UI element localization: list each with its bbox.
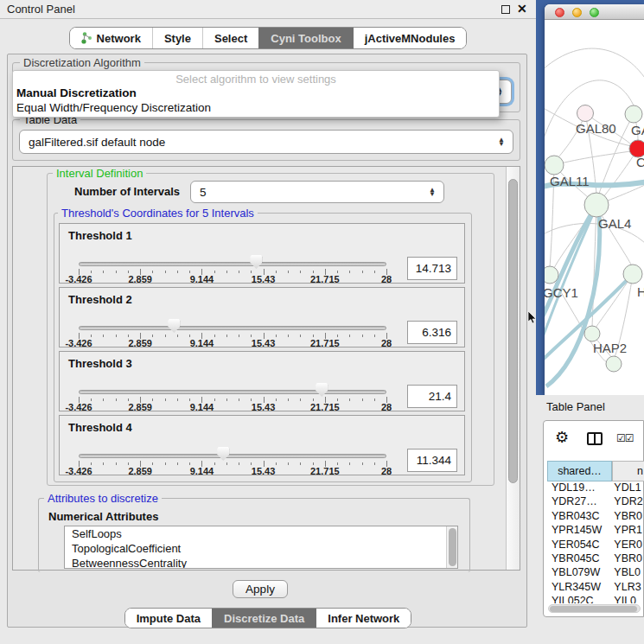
attribute-item[interactable]: SelfLoops <box>65 526 457 541</box>
table-row[interactable]: YER054C YER0 <box>547 539 644 552</box>
table-row[interactable]: YBR045C YBR0 <box>547 552 644 566</box>
list-scrollbar[interactable] <box>446 526 457 568</box>
group-title-thresholds: Threshold's Coordinates for 5 Intervals <box>58 207 258 220</box>
table-row[interactable]: YIL052C YIL0 <box>547 595 644 603</box>
graph-node[interactable] <box>577 105 594 122</box>
graph-node[interactable] <box>625 105 642 123</box>
threshold-label: Threshold 3 <box>68 357 132 370</box>
network-view-window[interactable]: GAL80GACGAL11GAL4GCY1HHAP2 <box>545 4 644 395</box>
graph-node[interactable] <box>606 356 622 372</box>
threshold-label: Threshold 1 <box>68 229 132 242</box>
graph-node[interactable] <box>584 193 609 217</box>
table-row[interactable]: YPR145W YPR1 <box>547 524 644 538</box>
column-layout-icon[interactable] <box>587 432 603 445</box>
cell-shared-name: YIL052C <box>547 595 610 603</box>
graph-node[interactable] <box>623 265 642 284</box>
threshold-slider-handle[interactable] <box>316 383 328 397</box>
cell-shared-name: YDR27… <box>547 495 610 509</box>
threshold-slider-track[interactable] <box>79 262 386 266</box>
cell-name: YBR0 <box>610 552 644 566</box>
cell-shared-name: YPR145W <box>547 524 610 538</box>
threshold-value-field[interactable]: 6.316 <box>407 321 457 344</box>
table-data-combobox[interactable]: galFiltered.sif default node ▲▼ <box>19 130 513 154</box>
threshold-slider-track[interactable] <box>79 390 386 394</box>
threshold-slider-handle[interactable] <box>217 447 229 461</box>
graph-node-label: GAL11 <box>550 174 590 188</box>
minimize-traffic-light-icon[interactable] <box>572 8 582 17</box>
tab-network[interactable]: Network <box>70 28 152 48</box>
graph-node[interactable] <box>545 266 558 284</box>
group-title-discretization-algorithm: Discretization Algorithm <box>20 56 144 69</box>
cell-name: YLR3 <box>610 581 644 595</box>
slider-tick-labels: -3.4262.8599.14415.4321.71528 <box>79 466 386 476</box>
popup-hint: Select algorithm to view settings <box>13 71 499 86</box>
horizontal-scrollbar[interactable] <box>548 604 641 613</box>
bottom-tab-bar: Impute Data Discretize Data Infer Networ… <box>0 608 536 628</box>
graph-node-label: GAL80 <box>576 121 616 136</box>
popup-option-manual-discretization[interactable]: Manual Discretization <box>13 86 499 100</box>
close-icon[interactable]: ✕ <box>517 2 527 16</box>
horizontal-scrollbar-thumb[interactable] <box>550 606 637 612</box>
select-columns-icon[interactable]: ☑☑ <box>616 432 634 444</box>
cell-name: YER0 <box>610 539 644 552</box>
column-header-shared-name[interactable]: shared… <box>547 461 612 481</box>
scrollbar-thumb[interactable] <box>508 179 518 483</box>
popup-option-equal-width-frequency[interactable]: Equal Width/Frequency Discretization <box>13 100 499 115</box>
float-window-icon[interactable] <box>501 5 510 14</box>
zoom-traffic-light-icon[interactable] <box>590 8 599 17</box>
table-panel-area: Table Panel ⚙ ☑☑ shared… n YDL19… YDL1 Y… <box>536 395 644 644</box>
list-scrollbar-thumb[interactable] <box>449 528 456 566</box>
tab-cyni-toolbox[interactable]: Cyni Toolbox <box>258 28 352 48</box>
control-panel-titlebar: Control Panel ✕ <box>0 0 536 19</box>
threshold-value-field[interactable]: 21.4 <box>407 385 457 408</box>
graph-node[interactable] <box>545 156 564 175</box>
column-header-name[interactable]: n <box>612 461 644 481</box>
gear-icon[interactable]: ⚙ <box>555 428 569 447</box>
spinner-arrows-icon: ▲▼ <box>429 188 436 196</box>
tab-impute-data[interactable]: Impute Data <box>125 609 212 628</box>
cell-name: YIL0 <box>610 595 644 603</box>
apply-button[interactable]: Apply <box>233 580 288 598</box>
tab-jactivemnodules[interactable]: jActiveMNodules <box>353 28 467 48</box>
attribute-item[interactable]: BetweennessCentrality <box>65 556 457 569</box>
cell-shared-name: YER054C <box>547 539 610 552</box>
network-window-titlebar[interactable] <box>545 4 644 20</box>
tab-infer-network[interactable]: Infer Network <box>316 609 411 628</box>
attribute-items: SelfLoopsTopologicalCoefficientBetweenne… <box>65 526 457 569</box>
vertical-scrollbar[interactable] <box>506 167 520 570</box>
top-tab-bar: Network Style Select Cyni Toolbox jActiv… <box>0 27 536 49</box>
number-of-intervals-value: 5 <box>200 186 207 199</box>
cell-shared-name: YLR345W <box>547 581 610 595</box>
mouse-cursor <box>527 311 538 325</box>
threshold-value-field[interactable]: 11.344 <box>407 449 457 472</box>
threshold-value-field[interactable]: 14.713 <box>407 257 457 280</box>
table-row[interactable]: YLR345W YLR3 <box>547 581 644 595</box>
table-row[interactable]: YDL19… YDL1 <box>547 481 644 495</box>
cell-shared-name: YDL19… <box>547 481 610 495</box>
graph-node[interactable] <box>584 326 600 341</box>
number-of-intervals-spinner[interactable]: 5 ▲▼ <box>190 181 444 203</box>
graph-node-label: C <box>636 155 644 169</box>
cell-shared-name: YBR045C <box>547 552 610 566</box>
threshold-slider-handle[interactable] <box>168 319 180 333</box>
threshold-slider-handle[interactable] <box>250 255 262 269</box>
numerical-attributes-list[interactable]: SelfLoopsTopologicalCoefficientBetweenne… <box>64 526 458 569</box>
threshold-slider-track[interactable] <box>79 454 386 458</box>
slider-tick-labels: -3.4262.8599.14415.4321.71528 <box>79 274 386 284</box>
tab-style[interactable]: Style <box>152 28 202 48</box>
graph-node-label: GAL4 <box>598 216 631 231</box>
number-of-intervals-label: Number of Intervals <box>74 185 180 198</box>
threshold-slider-track[interactable] <box>79 326 386 330</box>
table-row[interactable]: YDR27… YDR2 <box>547 495 644 509</box>
table-row[interactable]: YBR043C YBR0 <box>547 510 644 524</box>
close-traffic-light-icon[interactable] <box>555 8 564 17</box>
graph-nodes[interactable]: GAL80GACGAL11GAL4GCY1HHAP2 <box>545 105 644 373</box>
tab-select[interactable]: Select <box>202 28 258 48</box>
tab-discretize-data[interactable]: Discretize Data <box>212 609 316 628</box>
table-row[interactable]: YBL079W YBL0 <box>547 566 644 580</box>
cell-name: YBR0 <box>610 510 644 524</box>
attribute-item[interactable]: TopologicalCoefficient <box>65 541 457 556</box>
network-graph[interactable]: GAL80GACGAL11GAL4GCY1HHAP2 <box>545 20 644 395</box>
group-title-attributes: Attributes to discretize <box>44 492 162 505</box>
threshold-panel: Threshold 3 -3.4262.8599.14415.4321.7152… <box>59 351 465 411</box>
